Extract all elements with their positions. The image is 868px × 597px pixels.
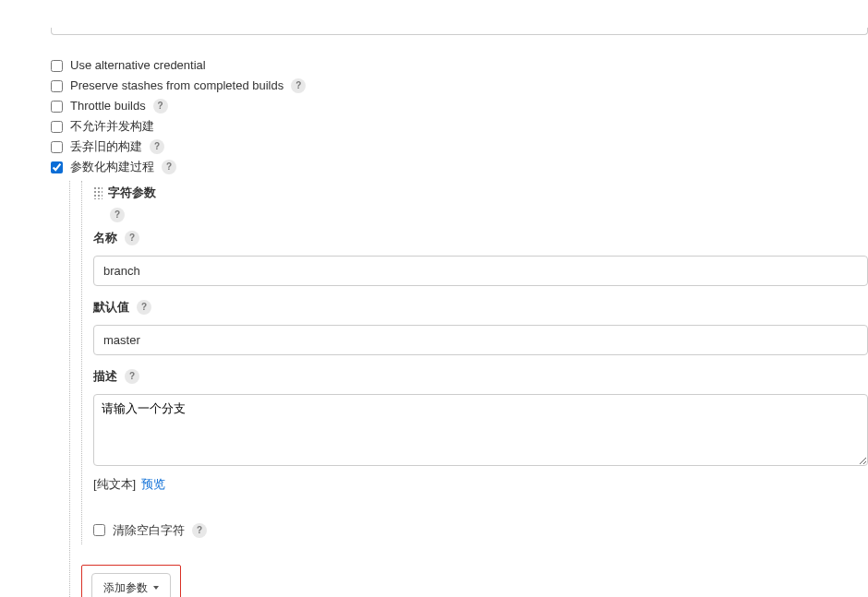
string-param-title: 字符参数 — [108, 185, 156, 201]
field-name-group: 名称 ? — [93, 230, 868, 286]
string-param-block: 字符参数 ? 名称 ? 默认值 ? — [81, 181, 868, 544]
prev-section-bottom — [51, 28, 868, 35]
help-icon[interactable]: ? — [291, 78, 306, 93]
field-description-label-row: 描述 ? — [93, 368, 868, 385]
option-no-concurrent: 不允许并发构建 — [51, 116, 868, 137]
label-parametrized: 参数化构建过程 — [70, 159, 154, 175]
option-throttle-builds: Throttle builds ? — [51, 96, 868, 116]
plaintext-label: [纯文本] — [93, 477, 136, 491]
field-name-label-row: 名称 ? — [93, 230, 868, 246]
label-no-concurrent: 不允许并发构建 — [70, 118, 154, 135]
checkbox-preserve-stashes[interactable] — [51, 80, 63, 92]
help-icon[interactable]: ? — [110, 208, 125, 222]
help-icon[interactable]: ? — [192, 523, 207, 538]
label-preserve-stashes: Preserve stashes from completed builds — [70, 78, 283, 94]
plaintext-row: [纯文本] 预览 — [93, 476, 868, 493]
field-default-group: 默认值 ? — [93, 299, 868, 355]
option-discard-old: 丢弃旧的构建 ? — [51, 137, 868, 157]
checkbox-trim[interactable] — [93, 524, 105, 536]
trim-row: 清除空白字符 ? — [93, 506, 868, 544]
label-throttle-builds: Throttle builds — [70, 98, 146, 114]
help-icon[interactable]: ? — [162, 160, 176, 174]
field-description-label: 描述 — [93, 368, 117, 385]
label-use-alt-cred: Use alternative credential — [70, 57, 206, 74]
add-param-highlight: 添加参数 — [81, 565, 181, 598]
label-trim: 清除空白字符 — [113, 522, 185, 539]
help-icon[interactable]: ? — [125, 369, 139, 384]
checkbox-discard-old[interactable] — [51, 141, 63, 153]
option-parametrized: 参数化构建过程 ? — [51, 157, 868, 177]
checkbox-no-concurrent[interactable] — [51, 121, 63, 133]
field-name-label: 名称 — [93, 230, 117, 246]
drag-handle-icon[interactable] — [93, 186, 102, 199]
option-preserve-stashes: Preserve stashes from completed builds ? — [51, 76, 868, 96]
help-icon[interactable]: ? — [150, 139, 164, 154]
label-discard-old: 丢弃旧的构建 — [70, 138, 142, 155]
help-icon[interactable]: ? — [137, 300, 151, 315]
field-description-group: 描述 ? [纯文本] 预览 — [93, 368, 868, 493]
parametrized-section: 字符参数 ? 名称 ? 默认值 ? — [69, 181, 868, 597]
preview-link[interactable]: 预览 — [141, 477, 165, 491]
checkbox-parametrized[interactable] — [51, 161, 63, 173]
caret-down-icon — [153, 586, 159, 590]
string-param-help-row: ? — [93, 207, 868, 222]
checkbox-use-alt-cred[interactable] — [51, 60, 63, 72]
field-default-label: 默认值 — [93, 299, 129, 316]
input-name[interactable] — [93, 256, 868, 286]
add-param-area: 添加参数 — [81, 565, 868, 598]
add-param-button[interactable]: 添加参数 — [91, 573, 171, 598]
option-use-alt-cred: Use alternative credential — [51, 55, 868, 76]
string-param-header: 字符参数 — [93, 181, 868, 205]
help-icon[interactable]: ? — [153, 99, 168, 113]
options-list: Use alternative credential Preserve stas… — [51, 55, 868, 597]
checkbox-throttle-builds[interactable] — [51, 101, 63, 113]
add-param-label: 添加参数 — [103, 580, 148, 596]
input-default[interactable] — [93, 325, 868, 355]
textarea-description[interactable] — [93, 394, 868, 466]
help-icon[interactable]: ? — [125, 231, 139, 245]
field-default-label-row: 默认值 ? — [93, 299, 868, 316]
